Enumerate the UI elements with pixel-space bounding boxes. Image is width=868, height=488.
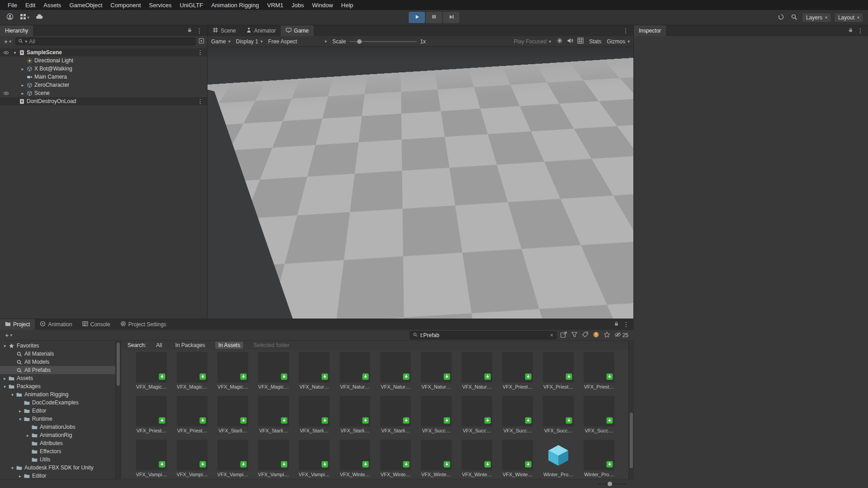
menu-item-window[interactable]: Window (308, 0, 337, 10)
row-menu-icon[interactable]: ⋮ (196, 98, 207, 104)
asset-item[interactable]: VFX_Succ… (457, 396, 497, 434)
menu-item-vrm1[interactable]: VRM1 (263, 0, 288, 10)
project-tree-row-effectors[interactable]: Effectors (0, 447, 115, 455)
play-button[interactable] (409, 12, 425, 23)
panel-menu-icon[interactable]: ⋮ (622, 321, 630, 328)
vsync-icon[interactable] (557, 38, 563, 45)
project-tree-row-autodesk-fbx-sdk-for-unity[interactable]: ▾Autodesk FBX SDK for Unity (0, 464, 115, 472)
open-in-search-icon[interactable] (560, 331, 567, 339)
panel-menu-icon[interactable]: ⋮ (622, 28, 630, 34)
project-add-button[interactable]: + ▾ (4, 332, 14, 339)
game-viewport[interactable] (208, 47, 633, 319)
menu-item-unigltf[interactable]: UniGLTF (175, 0, 207, 10)
visibility-eye-icon[interactable] (0, 50, 12, 56)
tab-animation[interactable]: Animation (35, 319, 77, 330)
hidden-items-count[interactable]: 25 (614, 331, 628, 339)
asset-item[interactable]: VFX_Winte… (457, 440, 497, 478)
tab-console[interactable]: Console (77, 319, 115, 330)
foldout-collapsed-icon[interactable]: ▸ (19, 83, 26, 88)
search-scope-in-assets[interactable]: In Assets (215, 342, 244, 349)
cloud-button[interactable] (34, 12, 45, 23)
scale-slider-knob[interactable] (357, 39, 362, 44)
row-menu-icon[interactable]: ⋮ (196, 49, 207, 56)
foldout-collapsed-icon[interactable]: ▸ (17, 408, 23, 413)
foldout-expanded-icon[interactable]: ▾ (2, 343, 8, 348)
project-tree-row-packages[interactable]: ▾Packages (0, 382, 115, 390)
asset-item[interactable]: VFX_Magic… (131, 352, 172, 390)
foldout-collapsed-icon[interactable]: ▸ (2, 376, 8, 381)
project-search-input[interactable]: t:Prefab × (410, 331, 557, 339)
gizmos-dropdown[interactable]: Gizmos▾ (607, 38, 630, 45)
step-button[interactable] (443, 12, 459, 23)
asset-item[interactable]: VFX_Priest… (172, 396, 212, 434)
create-add-button[interactable]: + ▾ (3, 38, 13, 45)
asset-item[interactable]: VFX_Winte… (375, 440, 416, 478)
scale-slider-track[interactable] (349, 41, 417, 42)
foldout-expanded-icon[interactable]: ▾ (9, 465, 15, 470)
menu-item-edit[interactable]: Edit (21, 0, 39, 10)
asset-item[interactable]: VFX_Vampi… (131, 440, 172, 478)
tab-project[interactable]: Project (0, 319, 35, 330)
lock-icon[interactable] (614, 321, 619, 328)
project-tree-row-editor[interactable]: ▸Editor (0, 472, 115, 479)
display-dropdown[interactable]: Display 1▾ (236, 38, 263, 45)
favorite-star-icon[interactable] (604, 331, 610, 339)
asset-item[interactable]: VFX_Natur… (335, 352, 375, 390)
project-tree-row-utils[interactable]: Utils (0, 455, 115, 464)
foldout-collapsed-icon[interactable]: ▸ (25, 433, 31, 438)
menu-item-file[interactable]: File (4, 0, 21, 10)
asset-item[interactable]: VFX_Succ… (416, 396, 457, 434)
search-scope-in-packages[interactable]: In Packages (172, 342, 208, 349)
menu-item-help[interactable]: Help (337, 0, 358, 10)
tab-game[interactable]: Game (281, 25, 314, 36)
hierarchy-row-scene[interactable]: ▸Scene (0, 89, 207, 97)
lock-icon[interactable] (848, 28, 853, 34)
tab-inspector[interactable]: Inspector (634, 25, 666, 36)
thumbnail-size-knob[interactable] (608, 482, 612, 486)
search-scope-all[interactable]: All (153, 342, 165, 349)
filter-type-icon[interactable] (571, 331, 578, 339)
asset-item[interactable]: VFX_Winte… (416, 440, 457, 478)
layout-dropdown[interactable]: Layout ▾ (834, 13, 863, 23)
project-tree-row-favorites[interactable]: ▾Favorites (0, 342, 115, 350)
project-tree-row-all-models[interactable]: All Models (0, 358, 115, 366)
menu-item-animation-rigging[interactable]: Animation Rigging (207, 0, 263, 10)
import-warning-icon[interactable] (593, 331, 599, 339)
asset-item[interactable]: VFX_Starli… (212, 396, 253, 434)
foldout-expanded-icon[interactable]: ▾ (9, 392, 15, 397)
panel-menu-icon[interactable]: ⋮ (856, 28, 864, 34)
asset-item[interactable]: VFX_Vampi… (172, 440, 212, 478)
asset-item[interactable]: VFX_Natur… (375, 352, 416, 390)
play-focused-dropdown[interactable]: Play Focused▾ (514, 38, 551, 45)
account-button[interactable] (5, 12, 15, 23)
visibility-eye-icon[interactable] (0, 90, 12, 96)
foldout-expanded-icon[interactable]: ▾ (12, 50, 18, 55)
asset-item[interactable]: VFX_Natur… (294, 352, 335, 390)
scale-slider[interactable]: Scale 1x (332, 38, 426, 45)
project-tree-row-runtime[interactable]: ▾Runtime (0, 415, 115, 423)
foldout-expanded-icon[interactable]: ▾ (17, 417, 23, 422)
menu-item-assets[interactable]: Assets (39, 0, 65, 10)
project-tree-row-animation-rigging[interactable]: ▾Animation Rigging (0, 390, 115, 399)
asset-item[interactable]: Winter_Pro… (538, 440, 579, 478)
asset-item[interactable]: VFX_Starli… (375, 396, 416, 434)
foldout-expanded-icon[interactable]: ▾ (2, 384, 8, 389)
project-tree-row-assets[interactable]: ▸Assets (0, 374, 115, 382)
mute-audio-icon[interactable] (567, 38, 573, 45)
undo-history-button[interactable] (776, 12, 786, 23)
asset-item[interactable]: VFX_Succ… (579, 396, 619, 434)
menu-item-jobs[interactable]: Jobs (288, 0, 308, 10)
layers-dropdown[interactable]: Layers ▾ (802, 13, 831, 23)
asset-item[interactable]: VFX_Vampi… (294, 440, 335, 478)
menu-item-component[interactable]: Component (106, 0, 145, 10)
aspect-dropdown[interactable]: Free Aspect▾ (268, 38, 327, 45)
asset-item[interactable]: VFX_Winte… (335, 440, 375, 478)
asset-item[interactable]: VFX_Priest… (131, 396, 172, 434)
search-button[interactable] (789, 12, 799, 23)
asset-item[interactable]: VFX_Natur… (457, 352, 497, 390)
hierarchy-row-x-bot-walking[interactable]: ▸X Bot@Walking (0, 65, 207, 73)
asset-item[interactable]: VFX_Vampi… (212, 440, 253, 478)
asset-item[interactable]: VFX_Natur… (416, 352, 457, 390)
stats-button[interactable]: Stats (589, 38, 601, 45)
filter-label-tag-icon[interactable] (582, 331, 589, 339)
